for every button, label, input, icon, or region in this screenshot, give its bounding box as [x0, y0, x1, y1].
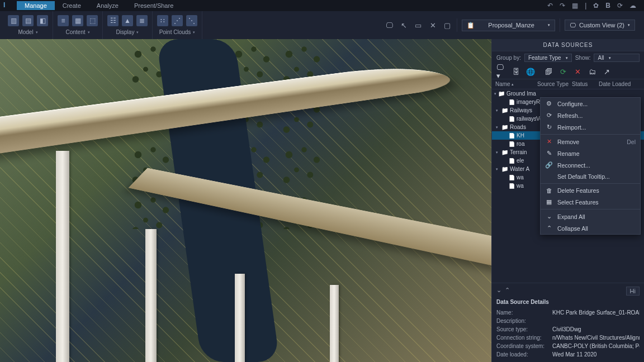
tools-icon[interactable]: ✕ — [428, 20, 438, 30]
expand-down-icon[interactable]: ⌄ — [496, 287, 501, 296]
view-label: Custom View (2) — [579, 22, 624, 28]
pc-tool-2-icon[interactable]: ⋰ — [172, 15, 183, 26]
details-row: Name:KHC Park Bridge Surface_01-ROADS — [496, 308, 640, 317]
show-dropdown[interactable]: All — [594, 54, 640, 62]
titlebar-right-icons: ↶ ↷ ▦ | ✿ B ⟳ ☁ — [547, 2, 644, 9]
details-row: Date loaded:Wed Mar 11 2020 — [496, 350, 640, 359]
menu-present-share[interactable]: Present/Share — [126, 1, 181, 10]
pc-tool-1-icon[interactable]: ∷ — [157, 15, 168, 26]
gear-icon[interactable]: ✿ — [593, 2, 599, 9]
content-layers-icon[interactable]: ⬚ — [87, 15, 98, 26]
bridge-pillar — [330, 285, 339, 362]
pointer-icon[interactable]: ↖ — [399, 20, 409, 30]
export-icon[interactable]: ↗ — [602, 66, 612, 77]
context-menu-item[interactable]: 🗑Delete Features — [541, 185, 640, 196]
context-menu-item[interactable]: ✕RemoveDel — [541, 136, 640, 147]
ribbon-group-display: ☷ ▲ ≣ Display — [103, 11, 153, 39]
cloud-icon[interactable]: ☁ — [629, 2, 636, 9]
hide-button[interactable]: Hi — [626, 287, 640, 296]
bold-icon[interactable]: B — [605, 2, 610, 9]
display-layers-icon[interactable]: ☷ — [107, 15, 119, 26]
menu-analyze[interactable]: Analyze — [89, 1, 126, 10]
context-menu-item[interactable]: ▦Select Features — [541, 196, 640, 208]
menu-separator — [541, 134, 640, 135]
display-list-icon[interactable]: ≣ — [136, 15, 148, 26]
model-tool-1-icon[interactable]: ▥ — [8, 15, 19, 26]
context-menu-item[interactable]: Set Default Tooltip... — [541, 171, 640, 182]
add-source-icon[interactable]: 🖵▾ — [496, 66, 506, 77]
pc-tool-3-icon[interactable]: ⋱ — [186, 15, 197, 26]
bridge-pillar — [145, 229, 157, 362]
refresh-icon[interactable]: ⟳ — [558, 66, 568, 77]
panel-filter-row: Group by: Feature Type Show: All — [492, 51, 644, 64]
col-name[interactable]: Name — [495, 81, 537, 87]
menu-separator — [541, 209, 640, 209]
group-by-label: Group by: — [496, 55, 521, 61]
sep-icon: | — [585, 2, 586, 9]
col-source-type[interactable]: Source Type — [537, 81, 572, 87]
proposal-label: Proposal_Manze — [488, 22, 534, 28]
details-row: Source type:Civil3DDwg — [496, 325, 640, 334]
square-icon[interactable]: ▢ — [442, 20, 452, 30]
details-row: Connection string:n/Whats New/Civil Stru… — [496, 334, 640, 342]
layer-icon[interactable]: 🗂 — [587, 66, 597, 77]
context-menu-item[interactable]: ⚙Configure... — [541, 98, 640, 109]
menu-separator — [541, 183, 640, 184]
separator — [457, 18, 457, 32]
context-menu-item[interactable]: ⌃Collapse All — [541, 222, 640, 234]
grid-icon[interactable]: ▦ — [572, 2, 578, 9]
collapse-up-icon[interactable]: ⌃ — [505, 287, 510, 296]
details-row: Coordinate system:CANBC-POLY (British Co… — [496, 342, 640, 350]
refresh-icon[interactable]: ⟳ — [617, 2, 623, 9]
context-menu-item[interactable]: 🔗Reconnect... — [541, 159, 640, 171]
tree-header-row: Name Source Type Status Date Loaded — [492, 79, 644, 89]
group-by-dropdown[interactable]: Feature Type — [524, 54, 572, 62]
3d-viewport[interactable] — [0, 39, 491, 362]
proposal-dropdown[interactable]: 📋 Proposal_Manze — [462, 20, 555, 31]
context-menu-item[interactable]: ✎Rename — [541, 147, 640, 159]
bridge-pillar — [235, 274, 245, 362]
content-bldg-icon[interactable]: ▦ — [72, 15, 83, 26]
menu-manage[interactable]: Manage — [17, 1, 55, 10]
context-menu-item[interactable]: ⌄Expand All — [541, 211, 640, 222]
ribbon-label-pointclouds[interactable]: Point Clouds — [159, 29, 196, 35]
panel-toolbar: 🖵▾ 🗄 🌐 🗐 ⟳ ✕ 🗂 ↗ — [492, 64, 644, 79]
col-date-loaded[interactable]: Date Loaded — [599, 81, 641, 87]
ribbon-group-pointclouds: ∷ ⋰ ⋱ Point Clouds — [153, 11, 202, 39]
context-menu-item[interactable]: ⟳Refresh... — [541, 109, 640, 121]
copy-icon[interactable]: 🗐 — [543, 66, 553, 77]
ribbon-group-model: ▥ ▤ ◧ Model — [3, 11, 53, 39]
ribbon-group-content: ≡ ▦ ⬚ Content — [53, 11, 103, 39]
delete-icon[interactable]: ✕ — [572, 66, 583, 77]
ribbon-label-display[interactable]: Display — [116, 29, 139, 35]
redo-icon[interactable]: ↷ — [560, 2, 565, 9]
display-terrain-icon[interactable]: ▲ — [122, 15, 133, 26]
clipboard-icon: 📋 — [467, 22, 475, 29]
show-label: Show: — [575, 55, 591, 61]
model-tool-2-icon[interactable]: ▤ — [22, 15, 34, 26]
separator — [560, 18, 560, 32]
tree-group[interactable]: ▾Ground Imagery — [492, 89, 644, 98]
content-db-icon[interactable]: ≡ — [58, 15, 69, 26]
measure-icon[interactable]: ▭ — [413, 20, 423, 30]
panel-title: DATA SOURCES — [492, 39, 644, 51]
ribbon-label-model[interactable]: Model — [18, 29, 37, 35]
details-row: Description: — [496, 317, 640, 325]
menu-create[interactable]: Create — [55, 1, 89, 10]
details-title: Data Source Details — [496, 298, 640, 308]
app-logo-icon: I — [3, 1, 5, 9]
context-menu: ⚙Configure...⟳Refresh...↻Reimport...✕Rem… — [540, 97, 641, 235]
globe-icon[interactable]: 🌐 — [525, 66, 536, 77]
ribbon-toolbar: ▥ ▤ ◧ Model ≡ ▦ ⬚ Content ☷ ▲ ≣ Display … — [0, 11, 644, 39]
context-menu-item[interactable]: ↻Reimport... — [541, 121, 640, 133]
main-menubar: I Manage Create Analyze Present/Share ↶ … — [0, 0, 644, 11]
model-tool-3-icon[interactable]: ◧ — [37, 15, 48, 26]
undo-icon[interactable]: ↶ — [547, 2, 553, 9]
monitor-icon: 🖵 — [570, 22, 576, 28]
bridge-pillar — [56, 151, 69, 362]
screen-icon[interactable]: 🖵 — [384, 20, 394, 30]
db-icon[interactable]: 🗄 — [511, 66, 521, 77]
col-status[interactable]: Status — [572, 81, 599, 87]
view-dropdown[interactable]: 🖵 Custom View (2) — [565, 20, 635, 31]
ribbon-label-content[interactable]: Content — [65, 29, 89, 35]
